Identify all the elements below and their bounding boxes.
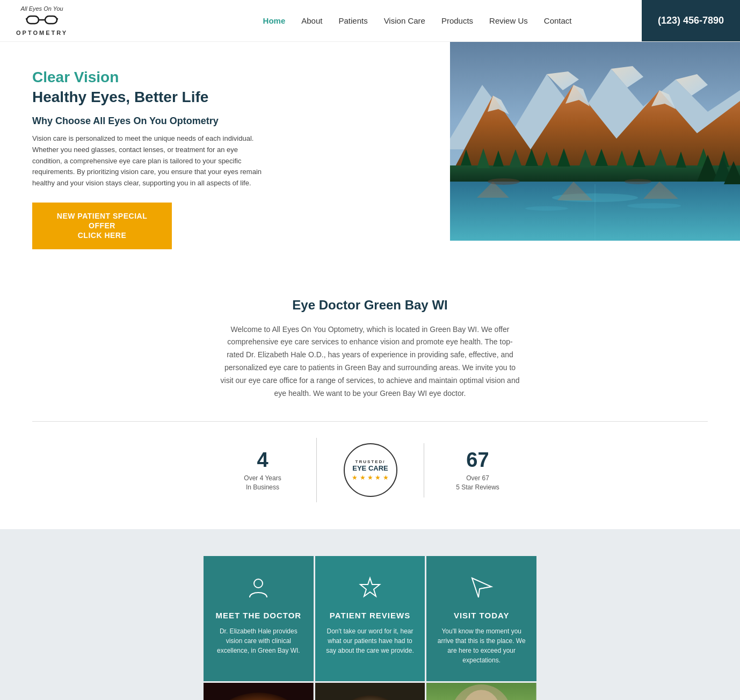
header: All Eyes On You OPTOMETRY Home About Pat…: [0, 0, 740, 42]
years-number: 4: [220, 449, 306, 472]
stats-row: 4 Over 4 Years In Business TRUSTED/ EYE …: [32, 421, 708, 502]
svg-point-43: [625, 179, 651, 184]
trusted-circle: TRUSTED/ EYE CARE ★ ★ ★ ★ ★: [344, 443, 397, 497]
svg-marker-46: [472, 578, 491, 597]
stats-title: Eye Doctor Green Bay WI: [32, 298, 708, 313]
nav-contact[interactable]: Contact: [544, 16, 572, 25]
hero-section: Clear Vision Healthy Eyes, Better Life W…: [0, 42, 740, 271]
svg-point-42: [488, 178, 520, 185]
hero-content: Clear Vision Healthy Eyes, Better Life W…: [0, 42, 450, 271]
macular-bg: [315, 683, 425, 700]
meet-doctor-body: Dr. Elizabeth Hale provides vision care …: [214, 626, 303, 655]
svg-marker-45: [360, 578, 380, 596]
nav-products[interactable]: Products: [441, 16, 473, 25]
hero-body-text: Vision care is personalized to meet the …: [32, 133, 263, 189]
svg-rect-1: [45, 16, 57, 24]
cards-grid: MEET THE DOCTOR Dr. Elizabeth Hale provi…: [0, 556, 740, 700]
star-icon: [326, 575, 415, 611]
glasses-icon: [26, 12, 58, 30]
logo-text-top: All Eyes On You: [20, 5, 63, 12]
patient-reviews-body: Don't take our word for it, hear what ou…: [326, 626, 415, 655]
macular-degeneration-tile[interactable]: MACULAR DEGENERATION: [315, 683, 425, 700]
services-section: MEET THE DOCTOR Dr. Elizabeth Hale provi…: [0, 529, 740, 700]
visit-today-body: You'll know the moment you arrive that t…: [437, 626, 526, 665]
svg-line-47: [480, 587, 491, 589]
condition-tiles-row: GLAUCOMA: [204, 683, 536, 700]
patient-reviews-title: PATIENT REVIEWS: [326, 611, 415, 620]
svg-point-44: [254, 579, 263, 588]
hero-subtitle: Healthy Eyes, Better Life: [32, 89, 429, 106]
hero-image: [450, 42, 740, 271]
main-nav: Home About Patients Vision Care Products…: [111, 16, 724, 25]
logo-text-bottom: OPTOMETRY: [16, 30, 68, 36]
mountain-lake-image: [450, 42, 740, 241]
paper-plane-icon: [437, 575, 526, 611]
glaucoma-bg: [204, 683, 314, 700]
visit-today-card[interactable]: VISIT TODAY You'll know the moment you a…: [426, 556, 536, 681]
nav-patients[interactable]: Patients: [338, 16, 367, 25]
dry-eyes-bg: [426, 683, 536, 700]
reviews-number: 67: [435, 449, 520, 472]
stats-section: Eye Doctor Green Bay WI Welcome to All E…: [0, 271, 740, 530]
person-icon: [214, 575, 303, 611]
reviews-label: Over 67 5 Star Reviews: [435, 474, 520, 492]
meet-doctor-card[interactable]: MEET THE DOCTOR Dr. Elizabeth Hale provi…: [204, 556, 314, 681]
trusted-badge: TRUSTED/ EYE CARE ★ ★ ★ ★ ★: [316, 438, 424, 502]
hero-why-title: Why Choose All Eyes On You Optometry: [32, 116, 429, 127]
visit-today-title: VISIT TODAY: [437, 611, 526, 620]
hero-tagline: Clear Vision: [32, 69, 429, 86]
svg-rect-0: [27, 16, 39, 24]
nav-review-us[interactable]: Review Us: [489, 16, 528, 25]
stats-body: Welcome to All Eyes On You Optometry, wh…: [220, 323, 520, 400]
nav-vision-care[interactable]: Vision Care: [384, 16, 425, 25]
info-cards-row: MEET THE DOCTOR Dr. Elizabeth Hale provi…: [204, 556, 536, 681]
new-patient-cta-button[interactable]: NEW PATIENT SPECIAL OFFER CLICK HERE: [32, 203, 172, 249]
dry-eyes-tile[interactable]: DRY EYES: [426, 683, 536, 700]
nav-about[interactable]: About: [301, 16, 322, 25]
glaucoma-tile[interactable]: GLAUCOMA: [204, 683, 314, 700]
meet-doctor-title: MEET THE DOCTOR: [214, 611, 303, 620]
cards-container: MEET THE DOCTOR Dr. Elizabeth Hale provi…: [204, 556, 536, 700]
svg-point-35: [627, 203, 681, 208]
stat-years: 4 Over 4 Years In Business: [209, 443, 316, 497]
patient-reviews-card[interactable]: PATIENT REVIEWS Don't take our word for …: [315, 556, 425, 681]
svg-point-34: [525, 206, 568, 211]
phone-display: (123) 456-7890: [642, 0, 740, 41]
nav-home[interactable]: Home: [263, 16, 286, 25]
stat-reviews: 67 Over 67 5 Star Reviews: [424, 443, 531, 497]
years-label: Over 4 Years In Business: [220, 474, 306, 492]
logo[interactable]: All Eyes On You OPTOMETRY: [16, 5, 68, 36]
